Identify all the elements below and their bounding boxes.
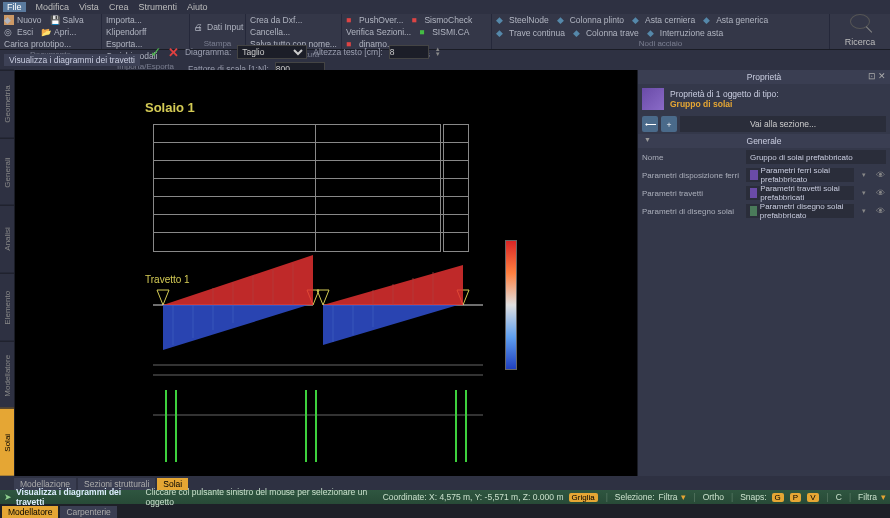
vistab-diagrammi[interactable]: Visualizza i diagrammi dei travetti [4,54,140,66]
new-icon: ◆ [4,15,14,25]
btn-colonna-trave[interactable]: ◆Colonna trave [573,28,639,39]
trave-icon: ◆ [496,28,506,38]
btn-importa[interactable]: Importa... [106,15,142,25]
canvas-title: Solaio 1 [145,100,195,115]
view-icon[interactable]: 👁 [874,206,886,216]
vtab-elemento[interactable]: Elemento [0,273,14,341]
dropdown-icon[interactable]: ▾ [858,207,870,215]
prop-value-ferri[interactable]: Parametri ferri solai prefabbricato [746,168,854,182]
status-coords: Coordinate: X: 4,575 m, Y: -5,571 m, Z: … [383,492,564,502]
diagramma-select[interactable]: Taglio [237,45,307,59]
snap-v[interactable]: V [807,493,818,502]
main: Geometria Generali Analisi Elemento Mode… [0,70,890,476]
properties-title: Proprietà ⊡ ✕ [638,70,890,84]
prop-label: Parametri di disegno solai [642,207,742,216]
btn-nuovo[interactable]: ◆Nuovo [4,15,42,25]
menu-strumenti[interactable]: Strumenti [138,2,177,12]
section-generale[interactable]: Generale [638,134,890,148]
vtab-modellatore[interactable]: Modellatore [0,341,14,409]
pushover-icon: ■ [346,15,356,25]
prop-value-nome[interactable]: Gruppo di solai prefabbricato [746,150,886,164]
menubar: File Modifica Vista Crea Strumenti Aiuto [0,0,890,14]
prop-row-travetti: Parametri travetti Parametri travetti so… [638,184,890,202]
btn-salva[interactable]: 💾Salva [50,15,84,25]
aux-line [465,390,467,462]
btn-apri[interactable]: 📂Apri... [41,27,76,37]
altezza-label: Altezza testo [cm]: [313,47,382,57]
menu-file[interactable]: File [3,2,26,12]
spin-down-icon[interactable]: ▼ [435,52,441,57]
btn-cancella[interactable]: Cancella... [250,27,290,37]
svg-marker-5 [323,305,458,345]
coltrave-icon: ◆ [573,28,583,38]
menu-modifica[interactable]: Modifica [36,2,70,12]
svg-marker-2 [163,255,313,305]
menu-vista[interactable]: Vista [79,2,99,12]
nav-add-icon[interactable]: ＋ [661,116,677,132]
menu-aiuto[interactable]: Aiuto [187,2,208,12]
ortho-toggle[interactable]: Ortho [703,492,724,502]
prop-value-travetti[interactable]: Parametri travetti solai prefabbricati [746,186,854,200]
search-icon[interactable] [850,14,870,29]
snap-g[interactable]: G [772,493,784,502]
footer-tab-modellatore[interactable]: Modellatore [2,506,58,518]
sismica-icon: ■ [419,27,429,37]
btn-verifica-sezioni[interactable]: Verifica Sezioni... [346,27,411,37]
aux-line [165,390,167,462]
status-prompt-msg: Cliccare col pulsante sinistro del mouse… [146,487,379,507]
altezza-input[interactable] [389,45,429,59]
btn-interruzione-asta[interactable]: ◆Interruzione asta [647,28,723,39]
vtab-generali[interactable]: Generali [0,138,14,206]
btn-sismica[interactable]: ■SISMI.CA [419,27,469,37]
snap-p[interactable]: P [790,493,801,502]
panel-pin-icon[interactable]: ⊡ ✕ [868,71,886,81]
filter-icon[interactable]: ▾ [881,492,886,502]
print-icon: 🖨 [194,22,204,32]
prop-row-ferri: Parametri disposizione ferri Parametri f… [638,166,890,184]
view-icon[interactable]: 👁 [874,170,886,180]
view-icon[interactable]: 👁 [874,188,886,198]
btn-dati-input[interactable]: 🖨Dati Input [194,15,243,38]
aux-line [315,390,317,462]
shear-diagram [153,230,483,440]
prop-header-line1: Proprietà di 1 oggetto di tipo: [670,89,779,99]
selezione-label: Selezione: [615,492,655,502]
ribbon-group-nodi: Nodi acciaio [496,38,825,48]
prop-header-line2: Gruppo di solai [670,99,779,109]
vtab-solai[interactable]: Solai [0,408,14,476]
btn-carica-prototipo[interactable]: Carica prototipo... [4,39,71,49]
confirm-icon[interactable]: ✓ [150,44,162,60]
status-cursor-icon: ➤ [4,492,12,502]
btn-colonna-plinto[interactable]: ◆Colonna plinto [557,15,624,26]
griglia-toggle[interactable]: Griglia [569,493,598,502]
btn-asta-cerniera[interactable]: ◆Asta cerniera [632,15,695,26]
dropdown-icon[interactable]: ▾ [858,171,870,179]
aux-line [175,390,177,462]
btn-klipendorff[interactable]: Klipendorff [106,27,146,37]
ribbon-search[interactable]: Ricerca [830,14,890,49]
cancel-icon[interactable]: ✕ [168,45,179,60]
menu-crea[interactable]: Crea [109,2,129,12]
prop-nav-row: ⟵ ＋ Vai alla sezione... [638,114,890,134]
canvas-viewport[interactable]: Solaio 1 Travetto 1 [15,70,637,476]
filter-icon[interactable]: ▾ [681,492,686,502]
nav-back-icon[interactable]: ⟵ [642,116,658,132]
vtab-geometria[interactable]: Geometria [0,70,14,138]
prop-row-nome: Nome Gruppo di solai prefabbricato [638,148,890,166]
btn-esci[interactable]: ◎Esci [4,27,33,37]
btn-sismocheck[interactable]: ■SismoCheck [411,15,472,25]
prop-value-disegno[interactable]: Parametri disegno solai prefabbricato [746,204,854,218]
go-section-button[interactable]: Vai alla sezione... [680,116,886,132]
footer-tab-carpenterie[interactable]: Carpenterie [60,506,116,518]
btn-steelnode[interactable]: ◆SteelNode [496,15,549,26]
btn-esporta[interactable]: Esporta... [106,39,142,49]
vtab-analisi[interactable]: Analisi [0,205,14,273]
filtra-btn2[interactable]: Filtra [858,492,877,502]
filtra-btn[interactable]: Filtra [659,492,678,502]
snap-c[interactable]: C [836,492,842,502]
btn-asta-generica[interactable]: ◆Asta generica [703,15,768,26]
dropdown-icon[interactable]: ▾ [858,189,870,197]
btn-pushover[interactable]: ■PushOver... [346,15,403,25]
btn-trave-continua[interactable]: ◆Trave continua [496,28,565,39]
btn-crea-dxf[interactable]: Crea da Dxf... [250,15,302,25]
